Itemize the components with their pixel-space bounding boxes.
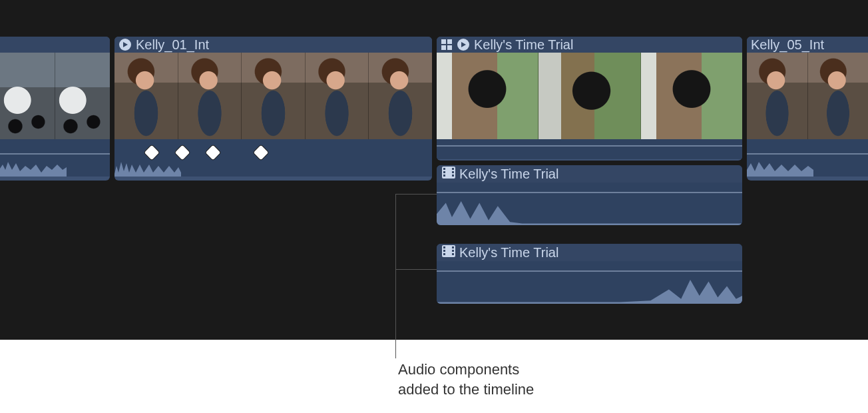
svg-rect-10 (452, 168, 454, 170)
clip-thumbnail (640, 53, 742, 139)
timeline-clip[interactable]: Kelly_01_Int (114, 37, 432, 181)
audio-component-clip[interactable]: Kelly's Time Trial (437, 165, 742, 225)
callout-text: Audio components added to the timeline (398, 360, 638, 399)
svg-rect-4 (447, 45, 452, 50)
svg-rect-16 (443, 253, 445, 255)
clip-thumbnail (368, 53, 432, 139)
clip-thumbnail (241, 53, 305, 139)
film-icon (442, 245, 455, 260)
clip-header: Kelly's Time Trial (437, 37, 742, 53)
svg-rect-9 (443, 175, 445, 177)
svg-rect-14 (443, 246, 445, 248)
audio-component-clip[interactable]: Kelly's Time Trial (437, 244, 742, 304)
clip-thumbnail (538, 53, 640, 139)
timeline-clip-compound[interactable]: Kelly's Time Trial (437, 37, 742, 161)
clip-title: Kelly's Time Trial (474, 37, 573, 53)
svg-rect-18 (452, 250, 454, 252)
clip-thumbnail (55, 53, 110, 139)
svg-rect-15 (443, 250, 445, 252)
audio-component-waveform[interactable] (437, 261, 742, 304)
svg-rect-2 (447, 39, 452, 44)
svg-rect-19 (452, 253, 454, 255)
audio-component-waveform[interactable] (437, 183, 742, 225)
callout-connector (395, 194, 437, 195)
clip-thumbnail (178, 53, 242, 139)
clip-thumbnails (114, 53, 432, 139)
callout-connector (395, 194, 396, 358)
timeline-clip[interactable]: Kelly_05_Int (747, 37, 868, 181)
audio-keyframe[interactable] (254, 145, 269, 161)
clip-thumbnail (807, 53, 869, 139)
clip-title: Kelly_01_Int (136, 37, 209, 53)
clip-audio-waveform[interactable] (437, 139, 742, 159)
svg-rect-1 (441, 39, 446, 44)
clip-title: Kelly_05_Int (751, 37, 824, 53)
clip-thumbnail (305, 53, 369, 139)
timeline-clip[interactable] (0, 37, 110, 181)
audio-keyframe[interactable] (206, 145, 221, 161)
clip-audio-waveform[interactable] (114, 139, 432, 177)
clip-thumbnail (747, 53, 807, 139)
audio-component-title: Kelly's Time Trial (459, 167, 558, 182)
clip-header: Kelly_01_Int (114, 37, 432, 53)
clip-thumbnails (747, 53, 868, 139)
audio-component-header: Kelly's Time Trial (437, 165, 742, 183)
clip-thumbnail (0, 53, 55, 139)
clip-header: Kelly_05_Int (747, 37, 868, 53)
svg-rect-3 (441, 45, 446, 50)
svg-rect-12 (452, 175, 454, 177)
clip-reference-icon (457, 38, 470, 51)
svg-rect-8 (443, 171, 445, 173)
compound-clip-icon (441, 39, 453, 51)
audio-component-title: Kelly's Time Trial (459, 245, 558, 260)
audio-level-line[interactable] (437, 145, 742, 147)
clip-thumbnail (437, 53, 538, 139)
svg-rect-11 (452, 171, 454, 173)
clip-audio-waveform[interactable] (0, 139, 110, 177)
callout-connector (395, 269, 437, 270)
clip-audio-waveform[interactable] (747, 139, 868, 177)
timeline-panel: Kelly_01_Int (0, 0, 868, 340)
clip-thumbnails (0, 53, 110, 139)
svg-rect-7 (443, 168, 445, 170)
clip-thumbnails (437, 53, 742, 139)
clip-header (0, 37, 110, 53)
callout-line1: Audio components (398, 360, 638, 380)
callout-line2: added to the timeline (398, 380, 638, 400)
film-icon (442, 167, 455, 182)
clip-reference-icon (118, 38, 132, 51)
svg-rect-17 (452, 246, 454, 248)
audio-component-header: Kelly's Time Trial (437, 244, 742, 261)
clip-thumbnail (114, 53, 178, 139)
